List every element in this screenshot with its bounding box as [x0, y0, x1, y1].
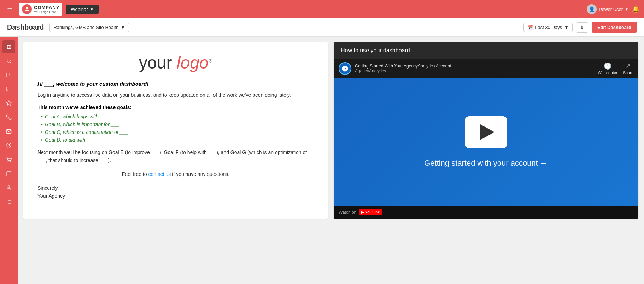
logo-icon: [22, 4, 32, 14]
play-button[interactable]: [465, 116, 507, 148]
video-title: Getting Started With Your AgencyAnalytic…: [355, 64, 451, 69]
sidebar-item-reviews[interactable]: [2, 97, 15, 110]
logo-wordmark: your logo®: [139, 53, 212, 72]
list-item: Goal C, which is a continuation of ___: [41, 129, 314, 135]
welcome-body: Log in anytime to access live data on yo…: [37, 91, 314, 99]
welcome-panel: your logo® Hi ___, welcome to your custo…: [23, 42, 328, 219]
sidebar-item-cart[interactable]: [2, 153, 15, 166]
video-panel: How to use your dashboard Getting Starte…: [334, 42, 638, 219]
clock-icon: 🕐: [604, 62, 611, 70]
list-item: Goal B, which is important for ___: [41, 122, 314, 127]
hamburger-button[interactable]: ☰: [4, 4, 16, 14]
logo-tagline: Your Logo Here: [34, 10, 59, 14]
svg-point-4: [8, 161, 8, 162]
channel-info: Getting Started With Your AgencyAnalytic…: [339, 62, 451, 75]
date-range-filter[interactable]: 📅 Last 30 Days ▼: [523, 23, 573, 32]
channel-avatar: [339, 62, 351, 75]
user-menu[interactable]: 👤 Power User ▼: [587, 4, 628, 14]
video-thumbnail[interactable]: Getting started with your account →: [334, 78, 638, 206]
list-item: Goal A, which helps with ___: [41, 114, 314, 119]
sub-nav: Dashboard Rankings, GMB and Site Health …: [0, 18, 644, 37]
video-cta: Getting started with your account →: [424, 159, 548, 168]
svg-point-0: [26, 7, 28, 9]
sidebar: ⊞: [0, 37, 18, 284]
chevron-down-icon: ▼: [625, 7, 628, 11]
svg-line-2: [10, 62, 11, 63]
svg-point-3: [8, 144, 10, 146]
logo-text: COMPANY Your Logo Here: [34, 5, 59, 14]
calendar-icon: 📅: [527, 25, 533, 30]
sidebar-item-user[interactable]: [2, 182, 15, 194]
sidebar-item-list[interactable]: [2, 196, 15, 208]
video-actions: 🕐 Watch later ↗ Share: [598, 62, 633, 75]
contact-line: Feel free to contact us if you have any …: [37, 171, 314, 177]
svg-point-7: [8, 186, 10, 188]
next-month-text: Next month we'll be focusing on Goal E (…: [37, 148, 314, 164]
edit-dashboard-button[interactable]: Edit Dashboard: [592, 22, 637, 33]
goals-heading: This month we've achieved these goals:: [37, 105, 314, 110]
svg-point-1: [7, 59, 10, 62]
svg-rect-6: [7, 172, 11, 176]
filter-dropdown[interactable]: Rankings, GMB and Site Health ▼: [49, 23, 129, 32]
list-item: Goal D, to aid with ___: [41, 137, 314, 143]
download-button[interactable]: ⬇: [576, 22, 588, 33]
share-icon: ↗: [626, 62, 631, 70]
sidebar-item-chart[interactable]: [2, 69, 15, 81]
chevron-down-icon: ▼: [564, 25, 569, 30]
contact-link[interactable]: contact us: [148, 171, 171, 177]
avatar: 👤: [587, 4, 597, 14]
youtube-play-icon: ▶: [361, 210, 364, 214]
watch-later-button[interactable]: 🕐 Watch later: [598, 62, 617, 75]
svg-point-5: [11, 161, 11, 162]
sidebar-item-email[interactable]: [2, 125, 15, 138]
top-nav: ☰ COMPANY Your Logo Here Webinar ▼ 👤 Pow…: [0, 0, 644, 18]
channel-name: AgencyAnalytics: [355, 69, 451, 73]
sidebar-item-chat[interactable]: [2, 83, 15, 95]
content-area: your logo® Hi ___, welcome to your custo…: [18, 37, 644, 284]
company-name: COMPANY: [34, 5, 59, 10]
sidebar-item-phone[interactable]: [2, 111, 15, 124]
youtube-badge[interactable]: ▶ YouTube: [359, 209, 382, 215]
video-header: How to use your dashboard: [334, 42, 638, 59]
sidebar-item-search[interactable]: [2, 54, 15, 67]
goals-list: Goal A, which helps with ___ Goal B, whi…: [37, 114, 314, 143]
webinar-button[interactable]: Webinar ▼: [66, 5, 98, 14]
welcome-greeting: Hi ___, welcome to your custom dashboard…: [37, 81, 314, 87]
video-top-bar: Getting Started With Your AgencyAnalytic…: [334, 59, 638, 78]
video-bottom-bar: Watch on ▶ YouTube: [334, 206, 638, 219]
watch-on-label: Watch on: [339, 210, 356, 215]
chevron-down-icon: ▼: [90, 7, 94, 11]
sign-off: Sincerely, Your Agency: [37, 184, 314, 200]
sidebar-item-dashboard[interactable]: ⊞: [2, 40, 15, 53]
sidebar-item-reports[interactable]: [2, 167, 15, 180]
username: Power User: [599, 7, 623, 12]
play-icon: [480, 124, 494, 140]
page-title: Dashboard: [7, 23, 44, 31]
video-container: Getting Started With Your AgencyAnalytic…: [334, 59, 638, 219]
chevron-down-icon: ▼: [121, 25, 125, 30]
channel-details: Getting Started With Your AgencyAnalytic…: [355, 64, 451, 73]
share-button[interactable]: ↗ Share: [623, 62, 633, 75]
logo-display: your logo®: [37, 53, 314, 72]
main-layout: ⊞: [0, 37, 644, 284]
logo-area: COMPANY Your Logo Here: [19, 3, 62, 16]
sidebar-item-location[interactable]: [2, 139, 15, 152]
notification-bell-icon[interactable]: 🔔: [632, 5, 640, 13]
